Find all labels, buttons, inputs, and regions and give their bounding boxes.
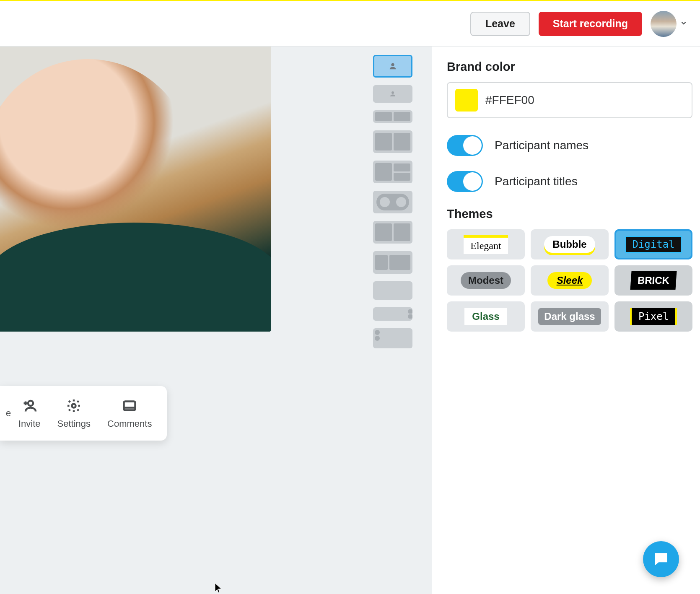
themes-heading: Themes xyxy=(447,207,692,221)
layout-full-overlay[interactable] xyxy=(373,328,412,348)
avatar xyxy=(651,11,677,37)
brand-color-heading: Brand color xyxy=(447,60,692,74)
layout-pill[interactable] xyxy=(373,191,412,213)
settings-panel: Brand color #FFEF00 Participant names Pa… xyxy=(432,47,700,594)
theme-bubble[interactable]: Bubble xyxy=(531,229,609,259)
participant-names-toggle[interactable] xyxy=(447,135,483,156)
svg-point-7 xyxy=(391,91,394,94)
invite-icon xyxy=(21,397,38,414)
leave-button[interactable]: Leave xyxy=(470,12,530,36)
gear-icon xyxy=(65,397,82,414)
brand-color-value: #FFEF00 xyxy=(485,93,534,107)
layout-single[interactable] xyxy=(373,55,412,78)
layout-selector xyxy=(373,47,432,594)
brand-color-field[interactable]: #FFEF00 xyxy=(447,82,692,118)
invite-button[interactable]: Invite xyxy=(10,386,49,441)
layout-full[interactable] xyxy=(373,281,412,300)
layout-stacked[interactable] xyxy=(373,161,412,183)
theme-pixel[interactable]: Pixel xyxy=(614,301,692,332)
color-swatch xyxy=(455,89,478,112)
settings-label: Settings xyxy=(57,418,91,429)
start-recording-button[interactable]: Start recording xyxy=(539,12,642,36)
comments-button[interactable]: Comments xyxy=(99,386,160,441)
svg-point-0 xyxy=(28,401,33,406)
participant-names-label: Participant names xyxy=(495,139,589,152)
toolbar-item-cut: e xyxy=(7,386,10,441)
layout-split[interactable] xyxy=(373,130,412,153)
stage: e Invite Settings Comments xyxy=(0,47,373,594)
theme-glass[interactable]: Glass xyxy=(447,301,525,332)
layout-split-people[interactable] xyxy=(373,221,412,244)
theme-digital[interactable]: Digital xyxy=(614,229,692,259)
theme-modest[interactable]: Modest xyxy=(447,265,525,296)
theme-dark-glass[interactable]: Dark glass xyxy=(531,301,609,332)
layout-full-sidebar[interactable] xyxy=(373,307,412,321)
layout-single-small[interactable] xyxy=(373,85,412,103)
participant-titles-toggle[interactable] xyxy=(447,171,483,192)
chat-fab[interactable] xyxy=(643,541,679,577)
video-preview xyxy=(0,47,271,332)
theme-elegant[interactable]: Elegant xyxy=(447,229,525,259)
header: Leave Start recording xyxy=(0,1,700,47)
comments-label: Comments xyxy=(107,418,152,429)
user-menu[interactable] xyxy=(651,11,687,37)
svg-point-3 xyxy=(72,404,76,408)
theme-sleek[interactable]: Sleek xyxy=(531,265,609,296)
chat-bubble-icon xyxy=(652,550,670,568)
svg-point-6 xyxy=(391,63,394,66)
main: e Invite Settings Comments xyxy=(0,47,700,594)
participant-titles-label: Participant titles xyxy=(495,175,578,188)
svg-rect-4 xyxy=(124,402,135,410)
settings-button[interactable]: Settings xyxy=(49,386,99,441)
theme-brick[interactable]: BRICK xyxy=(614,265,692,296)
stage-toolbar: e Invite Settings Comments xyxy=(0,386,167,441)
cursor-icon xyxy=(215,583,222,594)
layout-split-flat[interactable] xyxy=(373,110,412,123)
comments-icon xyxy=(121,397,138,414)
chevron-down-icon xyxy=(680,19,687,29)
layout-pip[interactable] xyxy=(373,251,412,274)
invite-label: Invite xyxy=(18,418,41,429)
themes-grid: Elegant Bubble Digital Modest Sleek BRIC… xyxy=(447,229,692,332)
